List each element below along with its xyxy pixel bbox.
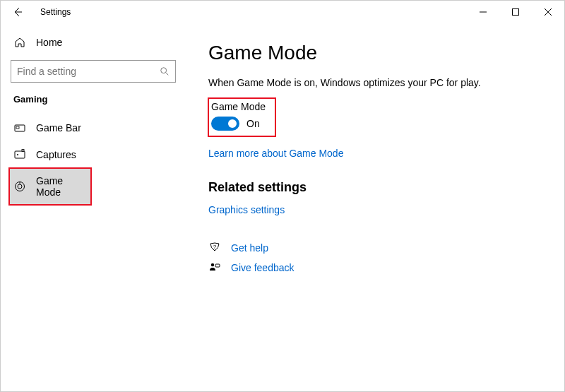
graphics-settings-link[interactable]: Graphics settings — [208, 204, 285, 215]
learn-more-link[interactable]: Learn more about Game Mode — [208, 148, 343, 159]
back-button[interactable] — [6, 1, 29, 23]
game-mode-toggle-block: Game Mode On — [208, 98, 275, 136]
page-title: Game Mode — [208, 42, 543, 64]
search-input[interactable] — [17, 66, 160, 77]
related-settings-header: Related settings — [208, 180, 543, 195]
page-description: When Game Mode is on, Windows optimizes … — [208, 77, 543, 88]
svg-rect-17 — [215, 264, 220, 267]
game-mode-toggle[interactable] — [211, 117, 239, 131]
svg-rect-9 — [15, 151, 25, 158]
sidebar-category: Gaming — [13, 94, 191, 105]
window-controls — [467, 1, 564, 23]
get-help-icon: ? — [208, 242, 221, 254]
toggle-label: Game Mode — [211, 101, 266, 112]
sidebar-item-game-mode[interactable]: Game Mode — [9, 168, 91, 205]
svg-text:?: ? — [213, 244, 217, 250]
svg-point-13 — [18, 184, 22, 189]
get-help-link[interactable]: Get help — [231, 242, 268, 254]
svg-rect-8 — [16, 126, 19, 129]
sidebar-item-captures[interactable]: Captures — [9, 141, 179, 168]
sidebar: Home Gaming Game Bar Captures Game — [1, 23, 191, 391]
window-title: Settings — [40, 7, 71, 17]
get-help-row[interactable]: ? Get help — [208, 242, 543, 254]
game-bar-icon — [13, 121, 26, 134]
content-area: Game Mode When Game Mode is on, Windows … — [191, 23, 564, 391]
svg-point-16 — [211, 263, 214, 266]
svg-point-11 — [17, 154, 18, 155]
svg-line-6 — [166, 73, 169, 76]
give-feedback-row[interactable]: Give feedback — [208, 262, 543, 273]
home-icon — [13, 36, 26, 49]
toggle-knob — [228, 119, 237, 128]
svg-point-5 — [161, 68, 167, 73]
titlebar: Settings — [1, 1, 564, 23]
feedback-icon — [208, 262, 221, 273]
toggle-state: On — [246, 118, 260, 129]
close-button[interactable] — [532, 1, 564, 23]
sidebar-item-label: Game Bar — [36, 122, 81, 133]
give-feedback-link[interactable]: Give feedback — [231, 262, 295, 273]
search-icon — [160, 66, 170, 76]
search-box[interactable] — [11, 60, 176, 83]
sidebar-item-game-bar[interactable]: Game Bar — [9, 114, 179, 141]
svg-rect-2 — [513, 9, 519, 16]
game-mode-icon — [13, 180, 26, 193]
sidebar-item-label: Game Mode — [36, 175, 87, 198]
sidebar-home[interactable]: Home — [11, 32, 191, 53]
sidebar-home-label: Home — [36, 37, 62, 48]
captures-icon — [13, 148, 26, 161]
sidebar-item-label: Captures — [36, 149, 76, 160]
minimize-button[interactable] — [467, 1, 499, 23]
maximize-button[interactable] — [499, 1, 532, 23]
